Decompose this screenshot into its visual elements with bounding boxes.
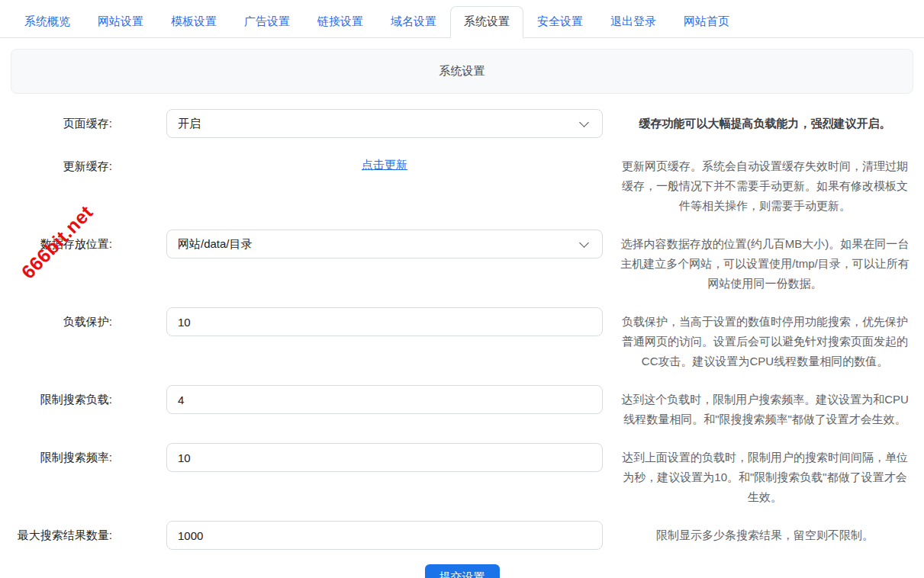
load-protection-hint: 负载保护，当高于设置的数值时停用功能搜索，优先保护普通网页的访问。设置后会可以避… <box>603 307 924 371</box>
form-footer: 提交设置 <box>0 564 924 578</box>
tab-link-settings[interactable]: 链接设置 <box>304 6 377 38</box>
search-load-limit-control-cell <box>166 385 603 414</box>
page-cache-hint: 缓存功能可以大幅提高负载能力，强烈建议开启。 <box>603 109 924 133</box>
tab-bar: 系统概览网站设置模板设置广告设置链接设置域名设置系统设置安全设置退出登录网站首页 <box>0 6 924 38</box>
data-location-control-cell: 网站/data/目录 <box>166 230 603 258</box>
max-search-results-control-cell <box>166 521 603 550</box>
page-cache-control-cell: 开启 <box>166 109 603 138</box>
tab-system-overview[interactable]: 系统概览 <box>11 6 84 38</box>
form-row-update-cache: 更新缓存:点击更新更新网页缓存。系统会自动设置缓存失效时间，清理过期缓存，一般情… <box>0 152 924 216</box>
form-row-search-load-limit: 限制搜索负载:达到这个负载时，限制用户搜索频率。建议设置为和CPU线程数量相同。… <box>0 385 924 429</box>
search-rate-limit-control-cell <box>166 443 603 472</box>
update-cache-hint: 更新网页缓存。系统会自动设置缓存失效时间，清理过期缓存，一般情况下并不需要手动更… <box>603 152 924 216</box>
max-search-results-input[interactable] <box>166 521 603 550</box>
tab-template-settings[interactable]: 模板设置 <box>157 6 230 38</box>
form-row-load-protection: 负载保护:负载保护，当高于设置的数值时停用功能搜索，优先保护普通网页的访问。设置… <box>0 307 924 371</box>
page-cache-select[interactable]: 开启 <box>166 109 603 138</box>
update-cache-link[interactable]: 点击更新 <box>362 158 407 171</box>
tab-site-home[interactable]: 网站首页 <box>670 6 743 38</box>
tab-security-settings[interactable]: 安全设置 <box>523 6 597 38</box>
settings-form: 页面缓存:开启缓存功能可以大幅提高负载能力，强烈建议开启。更新缓存:点击更新更新… <box>0 109 924 550</box>
tab-ad-settings[interactable]: 广告设置 <box>230 6 304 38</box>
form-row-max-search-results: 最大搜索结果数量:限制显示多少条搜索结果，留空则不限制。 <box>0 521 924 550</box>
search-load-limit-label: 限制搜索负载: <box>0 385 166 414</box>
data-location-label: 数据存放位置: <box>0 230 166 258</box>
search-load-limit-input[interactable] <box>166 385 603 414</box>
data-location-hint: 选择内容数据存放的位置(约几百MB大小)。如果在同一台主机建立多个网站，可以设置… <box>603 230 924 294</box>
form-row-page-cache: 页面缓存:开启缓存功能可以大幅提高负载能力，强烈建议开启。 <box>0 109 924 138</box>
form-row-search-rate-limit: 限制搜索频率:达到上面设置的负载时，限制用户的搜索时间间隔，单位为秒，建议设置为… <box>0 443 924 507</box>
tab-domain-settings[interactable]: 域名设置 <box>377 6 450 38</box>
load-protection-control-cell <box>166 307 603 336</box>
tab-logout[interactable]: 退出登录 <box>597 6 670 38</box>
page-cache-label: 页面缓存: <box>0 109 166 138</box>
form-row-data-location: 数据存放位置:网站/data/目录选择内容数据存放的位置(约几百MB大小)。如果… <box>0 230 924 294</box>
update-cache-control-cell: 点击更新 <box>166 152 603 176</box>
load-protection-label: 负载保护: <box>0 307 166 336</box>
update-cache-label: 更新缓存: <box>0 152 166 181</box>
search-load-limit-hint: 达到这个负载时，限制用户搜索频率。建议设置为和CPU线程数量相同。和"限搜搜索频… <box>603 385 924 429</box>
submit-settings-button[interactable]: 提交设置 <box>425 564 500 578</box>
load-protection-input[interactable] <box>166 307 603 336</box>
data-location-select[interactable]: 网站/data/目录 <box>166 230 603 258</box>
tab-system-settings[interactable]: 系统设置 <box>450 6 523 38</box>
search-rate-limit-input[interactable] <box>166 443 603 472</box>
search-rate-limit-hint: 达到上面设置的负载时，限制用户的搜索时间间隔，单位为秒，建议设置为10。和"限制… <box>603 443 924 507</box>
page-title: 系统设置 <box>11 49 913 94</box>
search-rate-limit-label: 限制搜索频率: <box>0 443 166 472</box>
tab-site-settings[interactable]: 网站设置 <box>84 6 157 38</box>
max-search-results-label: 最大搜索结果数量: <box>0 521 166 550</box>
max-search-results-hint: 限制显示多少条搜索结果，留空则不限制。 <box>603 521 924 545</box>
